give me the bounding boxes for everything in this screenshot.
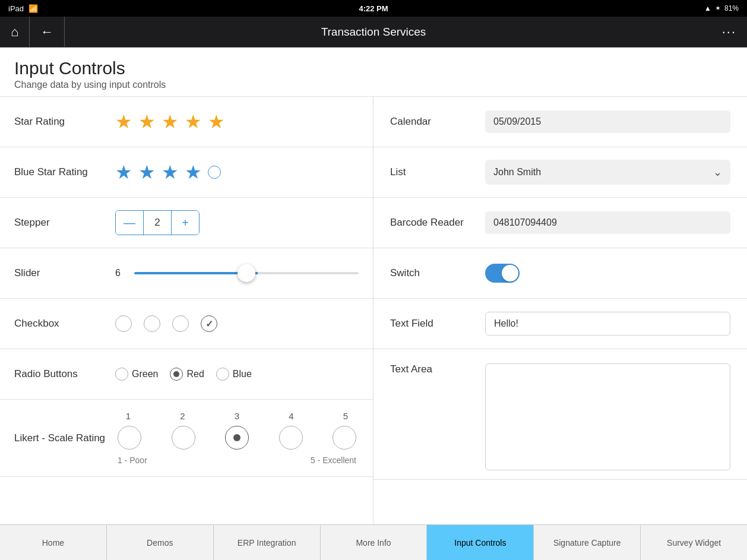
star-3[interactable]: ★ — [162, 110, 179, 133]
star-5[interactable]: ★ — [208, 110, 225, 133]
blue-star-2[interactable]: ★ — [138, 161, 156, 183]
tab-input-controls[interactable]: Input Controls — [427, 525, 534, 560]
right-panel: Calendar 05/09/2015 List John Smith ⌄ Ba… — [374, 97, 747, 524]
calendar-label: Calendar — [390, 116, 485, 128]
radio-label-red: Red — [186, 369, 204, 379]
likert-low-label: 1 - Poor — [118, 455, 147, 465]
home-button[interactable]: ⌂ — [0, 17, 30, 47]
likert-label: Likert - Scale Rating — [14, 432, 115, 444]
likert-circles — [115, 426, 359, 450]
list-label: List — [390, 166, 485, 178]
text-field-value-container: Hello! — [485, 312, 730, 336]
switch-toggle[interactable] — [485, 264, 520, 283]
slider-container: 6 — [115, 268, 359, 279]
radio-green[interactable]: Green — [115, 368, 158, 381]
text-field-row: Text Field Hello! — [374, 299, 747, 349]
tab-more-info[interactable]: More Info — [321, 525, 428, 560]
page-subtitle: Change data by using input controls — [14, 80, 733, 90]
nav-title: Transaction Services — [321, 26, 426, 39]
blue-star-4[interactable]: ★ — [185, 161, 202, 183]
tab-signature-capture[interactable]: Signature Capture — [534, 525, 641, 560]
stepper-current-value: 2 — [144, 217, 171, 229]
list-value-container: John Smith ⌄ — [485, 160, 730, 185]
radio-red[interactable]: Red — [170, 368, 204, 381]
battery-label: 81% — [724, 4, 739, 12]
text-area-input[interactable] — [485, 363, 730, 470]
slider-value: 6 — [115, 268, 127, 279]
radio-circle-red — [170, 368, 183, 381]
radio-blue[interactable]: Blue — [216, 368, 252, 381]
radio-circle-blue — [216, 368, 229, 381]
likert-circle-1[interactable] — [118, 426, 141, 450]
stepper-value-container: — 2 + — [115, 210, 359, 235]
signal-icon: ▲ — [704, 4, 711, 12]
star-1[interactable]: ★ — [115, 110, 132, 133]
checkbox-2[interactable] — [144, 315, 160, 332]
stepper-row: Stepper — 2 + — [0, 198, 373, 248]
star-rating-value: ★ ★ ★ ★ ★ — [115, 110, 359, 133]
page-header: Input Controls Change data by using inpu… — [0, 48, 747, 97]
list-selected-value: John Smith — [493, 167, 541, 178]
checkbox-4[interactable]: ✓ — [201, 315, 217, 332]
likert-dot-3 — [233, 434, 240, 441]
tab-erp-label: ERP Integration — [238, 538, 296, 548]
page-title: Input Controls — [14, 58, 733, 78]
likert-high-label: 5 - Excellent — [311, 455, 356, 465]
calendar-field[interactable]: 05/09/2015 — [485, 110, 730, 133]
tab-demos[interactable]: Demos — [107, 525, 214, 560]
stepper-decrement[interactable]: — — [116, 211, 143, 235]
status-left: iPad 📶 — [8, 4, 38, 13]
stepper-increment[interactable]: + — [172, 211, 199, 235]
text-field-label: Text Field — [390, 318, 485, 330]
likert-circle-3[interactable] — [225, 426, 249, 450]
likert-circle-4[interactable] — [279, 426, 303, 450]
likert-numbers: 1 2 3 4 5 — [115, 411, 359, 421]
controls-grid: Star Rating ★ ★ ★ ★ ★ Blue Star Rating ★… — [0, 97, 747, 524]
checkbox-1[interactable] — [115, 315, 132, 332]
text-area-label: Text Area — [390, 363, 485, 375]
likert-row: Likert - Scale Rating 1 2 3 4 5 — [0, 400, 373, 477]
switch-row: Switch — [374, 248, 747, 299]
likert-circle-5[interactable] — [333, 426, 356, 450]
tab-survey-widget[interactable]: Survey Widget — [641, 525, 747, 560]
slider-thumb[interactable] — [238, 264, 255, 282]
text-field-input[interactable]: Hello! — [485, 312, 730, 336]
more-button[interactable]: ··· — [722, 24, 736, 40]
star-rating-label: Star Rating — [14, 116, 115, 128]
tab-home[interactable]: Home — [0, 525, 107, 560]
tab-signature-capture-label: Signature Capture — [553, 538, 621, 548]
blue-star-label: Blue Star Rating — [14, 166, 115, 178]
bluetooth-icon: ✶ — [715, 4, 721, 12]
tab-home-label: Home — [42, 538, 64, 548]
blue-star-1[interactable]: ★ — [115, 161, 132, 183]
radio-label-green: Green — [132, 369, 158, 379]
chevron-down-icon: ⌄ — [713, 166, 722, 179]
status-right: ▲ ✶ 81% — [704, 4, 739, 12]
likert-num-4: 4 — [281, 411, 302, 421]
list-dropdown[interactable]: John Smith ⌄ — [485, 160, 730, 185]
nav-bar: ⌂ ← Transaction Services ··· — [0, 17, 747, 48]
radio-label: Radio Buttons — [14, 368, 115, 380]
back-button[interactable]: ← — [30, 17, 65, 47]
tab-erp[interactable]: ERP Integration — [214, 525, 321, 560]
main-content: Input Controls Change data by using inpu… — [0, 48, 747, 524]
tab-survey-widget-label: Survey Widget — [667, 538, 721, 548]
tab-more-info-label: More Info — [356, 538, 391, 548]
status-time: 4:22 PM — [359, 4, 388, 13]
barcode-field[interactable]: 048107094409 — [485, 211, 730, 234]
calendar-row: Calendar 05/09/2015 — [374, 97, 747, 147]
star-4[interactable]: ★ — [185, 110, 202, 133]
checkbox-row: Checkbox ✓ — [0, 299, 373, 349]
star-2[interactable]: ★ — [138, 110, 156, 133]
calendar-value-container: 05/09/2015 — [485, 110, 730, 133]
barcode-value-container: 048107094409 — [485, 211, 730, 234]
slider-label: Slider — [14, 267, 115, 279]
likert-circle-2[interactable] — [172, 426, 195, 450]
checkbox-label: Checkbox — [14, 318, 115, 330]
checkbox-3[interactable] — [172, 315, 189, 332]
slider-track[interactable] — [134, 272, 359, 274]
blue-star-rating-row: Blue Star Rating ★ ★ ★ ★ — [0, 147, 373, 198]
blue-star-3[interactable]: ★ — [162, 161, 179, 183]
likert-num-1: 1 — [118, 411, 139, 421]
blue-star-5-empty[interactable] — [208, 166, 221, 179]
